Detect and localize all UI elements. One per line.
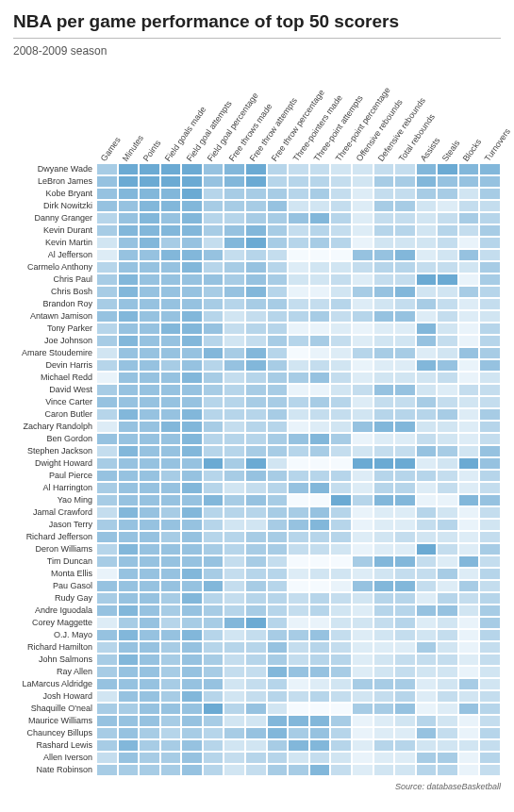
heatmap-cell bbox=[288, 359, 309, 372]
row-label: Richard Jefferson bbox=[13, 531, 96, 543]
heatmap-cell bbox=[352, 224, 373, 237]
heatmap-cell bbox=[139, 678, 160, 690]
heatmap-cell bbox=[139, 752, 160, 764]
heatmap-cell bbox=[267, 384, 289, 396]
heatmap-cell bbox=[394, 592, 416, 605]
heatmap-cell bbox=[416, 224, 438, 237]
heatmap-cell bbox=[245, 470, 267, 482]
heatmap-cell bbox=[458, 188, 480, 200]
heatmap-cell bbox=[330, 739, 352, 752]
heatmap-cell bbox=[352, 408, 373, 421]
heatmap-cell bbox=[330, 568, 352, 580]
heatmap-cell bbox=[373, 310, 395, 323]
heatmap-cell bbox=[96, 372, 118, 384]
heatmap-cell bbox=[118, 678, 140, 690]
heatmap-cell bbox=[203, 568, 224, 580]
heatmap-cell bbox=[416, 519, 438, 531]
heatmap-cell bbox=[203, 408, 224, 421]
heatmap-cell bbox=[160, 727, 182, 739]
heatmap-cell bbox=[160, 384, 182, 396]
heatmap-cell bbox=[458, 739, 480, 752]
heatmap-cell bbox=[458, 482, 480, 494]
heatmap-cell bbox=[394, 224, 416, 237]
row-label: Brandon Roy bbox=[13, 298, 96, 310]
heatmap-cell bbox=[139, 519, 160, 531]
heatmap-cell bbox=[139, 237, 160, 249]
heatmap-cell bbox=[288, 188, 309, 200]
heatmap-cell bbox=[416, 175, 438, 188]
heatmap-cell bbox=[394, 703, 416, 715]
heatmap-cell bbox=[181, 605, 203, 617]
heatmap-cell bbox=[139, 605, 160, 617]
heatmap-cell bbox=[437, 249, 458, 261]
heatmap-cell bbox=[267, 715, 289, 727]
row-label: Andre Iguodala bbox=[13, 605, 96, 617]
heatmap-cell bbox=[139, 273, 160, 286]
heatmap-cell bbox=[160, 482, 182, 494]
heatmap-cell bbox=[479, 739, 501, 752]
heatmap-cell bbox=[181, 261, 203, 273]
heatmap-cell bbox=[373, 335, 395, 347]
heatmap-cell bbox=[309, 212, 331, 224]
heatmap-cell bbox=[224, 641, 245, 654]
heatmap-cell bbox=[245, 433, 267, 445]
heatmap-cell bbox=[416, 617, 438, 629]
heatmap-cell bbox=[309, 568, 331, 580]
heatmap-cell bbox=[288, 482, 309, 494]
heatmap-cell bbox=[96, 421, 118, 433]
heatmap-cell bbox=[96, 286, 118, 298]
heatmap-cell bbox=[181, 592, 203, 605]
heatmap-cell bbox=[96, 433, 118, 445]
heatmap-cell bbox=[330, 580, 352, 592]
heatmap-cell bbox=[224, 224, 245, 237]
heatmap-cell bbox=[203, 200, 224, 212]
heatmap-cell bbox=[458, 335, 480, 347]
heatmap-cell bbox=[267, 310, 289, 323]
heatmap-cell bbox=[394, 212, 416, 224]
heatmap-cell bbox=[437, 580, 458, 592]
heatmap-cell bbox=[203, 752, 224, 764]
heatmap-cell bbox=[245, 408, 267, 421]
heatmap-cell bbox=[160, 359, 182, 372]
heatmap-cell bbox=[373, 249, 395, 261]
heatmap-cell bbox=[288, 739, 309, 752]
heatmap-cell bbox=[437, 666, 458, 678]
heatmap-cell bbox=[118, 273, 140, 286]
heatmap-cell bbox=[458, 433, 480, 445]
heatmap-cell bbox=[373, 494, 395, 506]
heatmap-cell bbox=[394, 445, 416, 457]
heatmap-cell bbox=[267, 568, 289, 580]
heatmap-cell bbox=[203, 396, 224, 408]
heatmap-cell bbox=[203, 531, 224, 543]
heatmap-cell bbox=[245, 249, 267, 261]
heatmap-cell bbox=[394, 580, 416, 592]
heatmap-cell bbox=[394, 396, 416, 408]
heatmap-cell bbox=[416, 273, 438, 286]
heatmap-cell bbox=[330, 372, 352, 384]
row-label: Pau Gasol bbox=[13, 580, 96, 592]
heatmap-cell bbox=[373, 224, 395, 237]
heatmap-cell bbox=[352, 727, 373, 739]
heatmap-cell bbox=[245, 335, 267, 347]
heatmap-cell bbox=[118, 310, 140, 323]
heatmap-cell bbox=[181, 568, 203, 580]
heatmap-cell bbox=[352, 359, 373, 372]
heatmap-cell bbox=[309, 273, 331, 286]
heatmap-cell bbox=[330, 494, 352, 506]
source-text: Source: databaseBasketball bbox=[13, 782, 501, 791]
heatmap-cell bbox=[479, 506, 501, 519]
heatmap-cell bbox=[267, 188, 289, 200]
heatmap-cell bbox=[458, 212, 480, 224]
heatmap-cell bbox=[437, 519, 458, 531]
heatmap-cell bbox=[352, 543, 373, 555]
heatmap-cell bbox=[416, 715, 438, 727]
heatmap-cell bbox=[224, 727, 245, 739]
heatmap-cell bbox=[96, 298, 118, 310]
heatmap-cell bbox=[288, 445, 309, 457]
heatmap-cell bbox=[479, 372, 501, 384]
heatmap-cell bbox=[416, 249, 438, 261]
heatmap-cell bbox=[437, 408, 458, 421]
heatmap-cell bbox=[118, 727, 140, 739]
row-label: Zachary Randolph bbox=[13, 421, 96, 433]
heatmap-cell bbox=[437, 175, 458, 188]
